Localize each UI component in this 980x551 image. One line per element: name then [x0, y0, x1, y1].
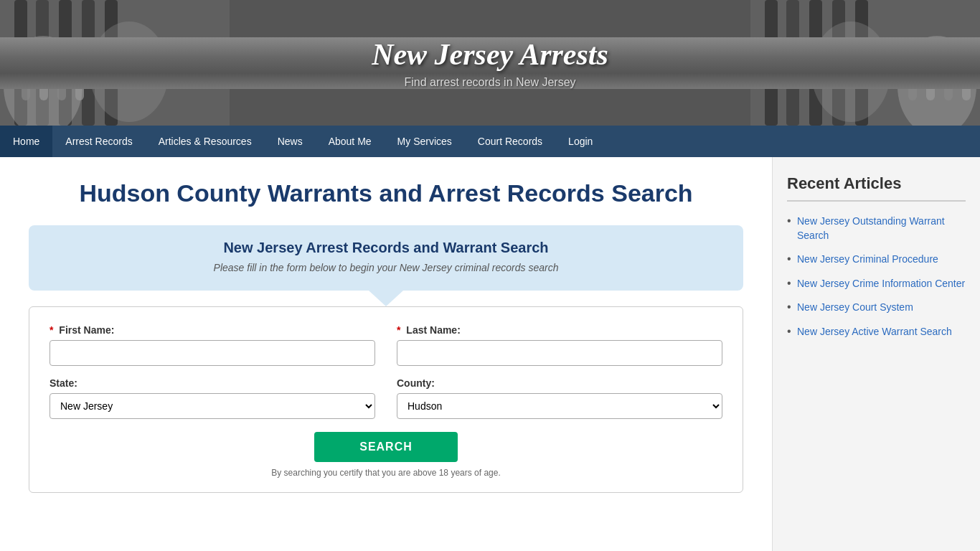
list-item: New Jersey Court System — [787, 301, 966, 315]
sidebar-heading: Recent Articles — [787, 174, 966, 202]
search-card-title: New Jersey Arrest Records and Warrant Se… — [50, 240, 722, 256]
nav-link-services[interactable]: My Services — [385, 126, 465, 157]
nav-item-arrest-records[interactable]: Arrest Records — [52, 126, 145, 157]
last-name-group: * Last Name: — [397, 324, 722, 366]
last-name-required: * — [397, 324, 400, 336]
sidebar-link-5[interactable]: New Jersey Active Warrant Search — [797, 326, 952, 337]
sidebar-link-2[interactable]: New Jersey Criminal Procedure — [797, 253, 938, 265]
nav-item-court-records[interactable]: Court Records — [465, 126, 555, 157]
search-card: New Jersey Arrest Records and Warrant Se… — [29, 225, 743, 291]
site-subtitle: Find arrest records in New Jersey — [404, 76, 575, 89]
nav-item-services[interactable]: My Services — [385, 126, 465, 157]
sidebar-link-1[interactable]: New Jersey Outstanding Warrant Search — [797, 215, 945, 241]
state-label: State: — [50, 377, 375, 389]
first-name-input[interactable] — [50, 340, 375, 366]
banner-center: New Jersey Arrests Find arrest records i… — [0, 37, 980, 89]
form-disclaimer: By searching you certify that you are ab… — [50, 468, 722, 478]
nav-item-about[interactable]: About Me — [316, 126, 385, 157]
arrow-connector — [369, 291, 403, 306]
nav-link-home[interactable]: Home — [0, 126, 52, 157]
first-name-label: * First Name: — [50, 324, 375, 336]
nav-link-articles[interactable]: Articles & Resources — [146, 126, 265, 157]
sidebar-link-3[interactable]: New Jersey Crime Information Center — [797, 278, 965, 289]
sidebar-link-4[interactable]: New Jersey Court System — [797, 301, 913, 313]
first-name-required: * — [50, 324, 53, 336]
nav-link-court-records[interactable]: Court Records — [465, 126, 555, 157]
search-form-container: * First Name: * Last Name: — [29, 306, 743, 493]
search-card-subtitle: Please fill in the form below to begin y… — [50, 262, 722, 273]
last-name-label: * Last Name: — [397, 324, 722, 336]
page-heading: Hudson County Warrants and Arrest Record… — [29, 179, 743, 208]
search-form: * First Name: * Last Name: — [50, 324, 722, 478]
list-item: New Jersey Active Warrant Search — [787, 325, 966, 339]
county-select[interactable]: Hudson Essex Bergen Middlesex Monmouth — [397, 393, 722, 419]
site-title: New Jersey Arrests — [372, 37, 608, 72]
sidebar-article-list: New Jersey Outstanding Warrant Search Ne… — [787, 215, 966, 339]
sidebar: Recent Articles New Jersey Outstanding W… — [772, 157, 980, 551]
name-row: * First Name: * Last Name: — [50, 324, 722, 366]
location-row: State: New Jersey New York Pennsylvania … — [50, 377, 722, 419]
nav-link-arrest-records[interactable]: Arrest Records — [52, 126, 145, 157]
list-item: New Jersey Crime Information Center — [787, 277, 966, 291]
county-label: County: — [397, 377, 722, 389]
page-wrapper: Hudson County Warrants and Arrest Record… — [0, 157, 980, 551]
main-content: Hudson County Warrants and Arrest Record… — [0, 157, 772, 551]
nav-item-login[interactable]: Login — [555, 126, 606, 157]
state-select[interactable]: New Jersey New York Pennsylvania Connect… — [50, 393, 375, 419]
county-group: County: Hudson Essex Bergen Middlesex Mo… — [397, 377, 722, 419]
nav-item-articles[interactable]: Articles & Resources — [146, 126, 265, 157]
state-group: State: New Jersey New York Pennsylvania … — [50, 377, 375, 419]
last-name-input[interactable] — [397, 340, 722, 366]
site-banner: New Jersey Arrests Find arrest records i… — [0, 0, 980, 126]
nav-item-news[interactable]: News — [265, 126, 316, 157]
search-button[interactable]: SEARCH — [314, 432, 458, 462]
list-item: New Jersey Criminal Procedure — [787, 253, 966, 267]
main-nav: Home Arrest Records Articles & Resources… — [0, 126, 980, 157]
first-name-group: * First Name: — [50, 324, 375, 366]
list-item: New Jersey Outstanding Warrant Search — [787, 215, 966, 242]
nav-link-about[interactable]: About Me — [316, 126, 385, 157]
nav-item-home[interactable]: Home — [0, 126, 52, 157]
nav-link-news[interactable]: News — [265, 126, 316, 157]
nav-link-login[interactable]: Login — [555, 126, 606, 157]
